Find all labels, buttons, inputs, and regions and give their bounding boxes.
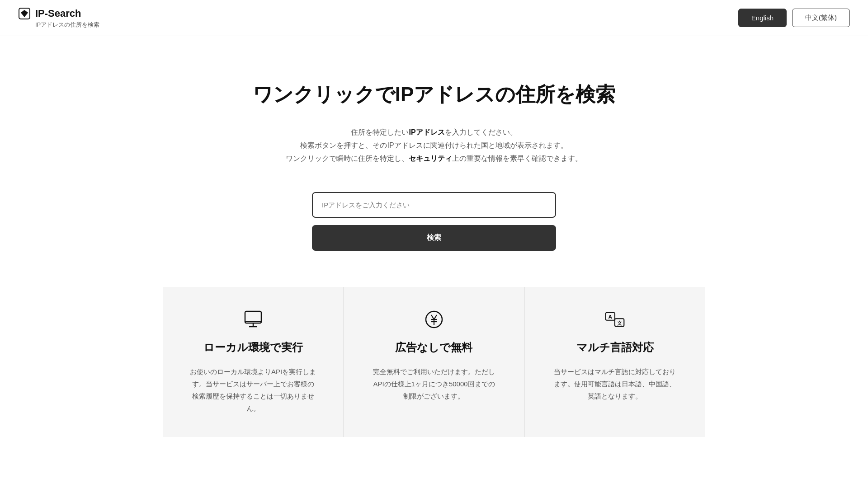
desc-ip-bold: IPアドレス: [409, 128, 444, 136]
desc-security-bold: セキュリティ: [409, 155, 452, 162]
desc-line-3: ワンクリックで瞬時に住所を特定し、セキュリティ上の重要な情報を素早く確認できます…: [286, 152, 582, 165]
feature-title-multilang: マルチ言語対応: [576, 340, 654, 355]
monitor-icon: [243, 310, 263, 329]
yen-circle-icon: [424, 310, 444, 329]
desc-line-2: 検索ボタンを押すと、そのIPアドレスに関連付けられた国と地域が表示されます。: [286, 139, 582, 152]
svg-line-7: [431, 315, 434, 319]
header: IP-Search IPアドレスの住所を検索 English 中文(繁体): [0, 0, 868, 36]
page-description: 住所を特定したいIPアドレスを入力してください。 検索ボタンを押すと、そのIPア…: [286, 126, 582, 165]
feature-title-local: ローカル環境で実行: [203, 340, 303, 355]
feature-desc-local: お使いのローカル環境よりAPIを実行します。当サービスはサーバー上でお客様の検索…: [190, 366, 316, 414]
app-name: IP-Search: [35, 8, 81, 19]
feature-desc-free: 完全無料でご利用いただけます。ただしAPIの仕様上1ヶ月につき50000回までの…: [371, 366, 497, 402]
logo-subtitle: IPアドレスの住所を検索: [35, 21, 99, 29]
svg-marker-1: [21, 10, 28, 17]
search-input[interactable]: [312, 192, 556, 218]
feature-card-free: 広告なしで無料 完全無料でご利用いただけます。ただしAPIの仕様上1ヶ月につき5…: [344, 287, 524, 437]
chinese-button[interactable]: 中文(繁体): [792, 9, 850, 27]
features-section: ローカル環境で実行 お使いのローカル環境よりAPIを実行します。当サービスはサー…: [163, 287, 705, 437]
svg-text:文: 文: [617, 320, 622, 326]
svg-text:A: A: [609, 314, 613, 320]
search-area: 検索: [312, 192, 556, 251]
svg-line-8: [434, 315, 437, 319]
feature-title-free: 広告なしで無料: [395, 340, 472, 355]
feature-desc-multilang: 当サービスはマルチ言語に対応しております。使用可能言語は日本語、中国語、英語とな…: [552, 366, 678, 402]
logo-icon: [18, 7, 31, 20]
page-title: ワンクリックでIPアドレスの住所を検索: [253, 81, 616, 108]
feature-card-local: ローカル環境で実行 お使いのローカル環境よりAPIを実行します。当サービスはサー…: [163, 287, 344, 437]
english-button[interactable]: English: [738, 9, 787, 27]
main-content: ワンクリックでIPアドレスの住所を検索 住所を特定したいIPアドレスを入力してく…: [0, 36, 868, 464]
language-switcher: English 中文(繁体): [738, 9, 850, 27]
logo-area: IP-Search IPアドレスの住所を検索: [18, 7, 99, 29]
feature-card-multilang: A 文 マルチ言語対応 当サービスはマルチ言語に対応しております。使用可能言語は…: [525, 287, 705, 437]
search-button[interactable]: 検索: [312, 225, 556, 251]
translation-icon: A 文: [605, 310, 625, 329]
desc-line-1: 住所を特定したいIPアドレスを入力してください。: [286, 126, 582, 139]
logo-title: IP-Search: [18, 7, 99, 20]
